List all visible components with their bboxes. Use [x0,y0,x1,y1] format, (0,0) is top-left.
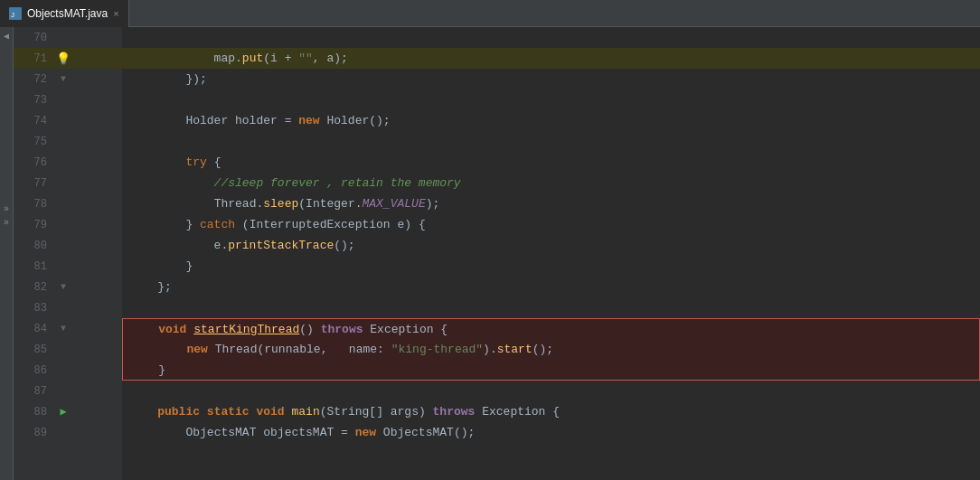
code-text-85: new Thread(runnable, name: "king-thread"… [130,343,553,356]
code-line-85: new Thread(runnable, name: "king-thread"… [122,339,980,360]
code-line-81: } [122,256,980,277]
gutter-row-78: 78 [14,193,122,214]
line-number-72: 72 [14,73,54,86]
code-text-76: try { [129,155,221,169]
code-line-74: Holder holder = new Holder(); [122,110,980,131]
code-line-79: } catch (InterruptedException e) { [122,214,980,235]
gutter-row-70: 70 [14,27,122,48]
line-number-85: 85 [14,344,54,356]
code-line-88: public static void main(String[] args) t… [122,401,980,422]
gutter-row-82: 82 ▼ [14,277,122,297]
gutter-row-74: 74 [14,110,122,131]
line-number-88: 88 [14,406,54,419]
line-number-71: 71 [14,52,54,65]
gutter-row-83: 83 [14,297,122,318]
code-area: map.put(i + "", a); }); Holder holder = … [122,27,980,480]
sidebar-double-arrow-icon: » [4,204,9,214]
gutter-row-77: 77 [14,173,122,193]
gutter-row-84: 84 ▼ [14,318,122,339]
code-text-72: }); [129,72,207,86]
gutter-row-86: 86 [14,360,122,381]
line-number-89: 89 [14,427,54,439]
line-number-79: 79 [14,219,54,231]
code-text-71: map.put(i + "", a); [129,52,348,65]
gutter-icons-88[interactable]: ▶ [54,405,72,419]
code-line-72: }); [122,69,980,89]
fold-icon-84[interactable]: ▼ [58,324,69,334]
code-text-88: public static void main(String[] args) t… [129,405,560,419]
gutter-row-73: 73 [14,89,122,110]
line-number-77: 77 [14,177,54,190]
code-line-84: void startKingThread() throws Exception … [122,318,980,339]
code-line-71: map.put(i + "", a); [122,48,980,69]
code-line-77: //sleep forever , retain the memory [122,173,980,193]
gutter-icons-72[interactable]: ▼ [54,74,72,85]
gutter-row-79: 79 [14,214,122,235]
code-line-78: Thread.sleep(Integer.MAX_VALUE); [122,193,980,214]
code-text-74: Holder holder = new Holder(); [129,114,391,127]
fold-icon-72[interactable]: ▼ [58,74,69,85]
svg-text:J: J [11,11,14,19]
line-number-80: 80 [14,240,54,252]
file-tab[interactable]: J ObjectsMAT.java × [0,0,129,27]
gutter-row-76: 76 [14,152,122,173]
code-line-83 [122,297,980,318]
code-lines: map.put(i + "", a); }); Holder holder = … [122,27,980,443]
code-line-76: try { [122,152,980,173]
sidebar-arrow-icon: ◀ [4,31,9,42]
code-line-73 [122,89,980,110]
code-text-79: } catch (InterruptedException e) { [129,218,426,231]
code-text-86: } [130,363,165,377]
code-text-82: }; [129,280,172,294]
gutter: 70 71 💡 72 ▼ 73 74 75 [14,27,122,480]
line-number-87: 87 [14,385,54,398]
line-number-75: 75 [14,136,54,148]
code-line-82: }; [122,277,980,297]
line-number-70: 70 [14,32,54,44]
tab-bar: J ObjectsMAT.java × [0,0,980,27]
gutter-row-80: 80 [14,235,122,256]
code-text-89: ObjectsMAT objectsMAT = new ObjectsMAT()… [129,426,475,439]
code-text-77: //sleep forever , retain the memory [129,176,461,190]
code-line-75 [122,131,980,152]
line-number-83: 83 [14,302,54,315]
java-file-icon: J [9,7,22,20]
gutter-row-72: 72 ▼ [14,69,122,89]
sidebar-double-arrow-icon2: » [4,218,9,228]
run-icon-88[interactable]: ▶ [56,405,71,419]
code-line-89: ObjectsMAT objectsMAT = new ObjectsMAT()… [122,422,980,443]
code-text-80: e.printStackTrace(); [129,239,355,252]
code-text-78: Thread.sleep(Integer.MAX_VALUE); [129,197,439,211]
line-number-74: 74 [14,115,54,127]
line-number-84: 84 [14,323,54,335]
gutter-row-85: 85 [14,339,122,360]
gutter-row-81: 81 [14,256,122,277]
gutter-row-88: 88 ▶ [14,401,122,422]
line-number-76: 76 [14,156,54,169]
tab-close-button[interactable]: × [113,8,118,19]
line-number-81: 81 [14,260,54,273]
code-text-81: } [129,259,193,273]
code-text-84: void startKingThread() throws Exception … [130,323,448,336]
gutter-icons-82[interactable]: ▼ [54,282,72,293]
line-number-86: 86 [14,364,54,377]
gutter-row-87: 87 [14,381,122,401]
code-line-70 [122,27,980,48]
gutter-row-75: 75 [14,131,122,152]
lightbulb-icon[interactable]: 💡 [56,52,71,66]
gutter-row-89: 89 [14,422,122,443]
line-number-78: 78 [14,198,54,211]
code-line-86: } [122,360,980,381]
line-number-82: 82 [14,281,54,294]
tab-label: ObjectsMAT.java [27,7,108,20]
code-line-80: e.printStackTrace(); [122,235,980,256]
line-number-73: 73 [14,94,54,107]
gutter-icons-84[interactable]: ▼ [54,324,72,334]
gutter-icons-71: 💡 [54,52,72,66]
fold-icon-82[interactable]: ▼ [58,282,69,293]
gutter-row-71: 71 💡 [14,48,122,69]
sidebar-left: ◀ » » [0,27,14,480]
code-line-87 [122,381,980,401]
